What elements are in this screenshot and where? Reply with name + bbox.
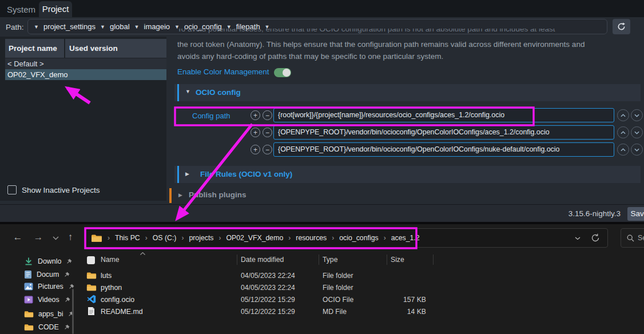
move-up-button[interactable] [617,144,629,156]
move-down-button[interactable] [631,144,643,156]
crumb-separator: › [384,234,386,242]
column-header-type[interactable]: Type [323,256,337,264]
project-row-selected[interactable]: OP02_VFX_demo [5,69,166,80]
crumb-separator: › [288,234,291,242]
config-path-input[interactable]: {OPENPYPE_ROOT}/vendor/bin/ocioconfig/Op… [273,142,614,157]
config-path-label: Config path [192,112,230,120]
crumb-item[interactable]: OS (C:) [153,234,177,242]
add-path-button[interactable]: + [251,145,260,154]
move-down-button[interactable] [631,126,643,138]
show-inactive-checkbox[interactable] [7,185,17,194]
recent-locations-button[interactable] [53,236,59,240]
dropdown-icon[interactable]: ▼ [34,24,39,30]
search-placeholder: Se [638,234,644,242]
file-type: File folder [323,284,353,292]
file-type: MD File [323,308,347,316]
folder-icon [91,234,102,242]
sidebar-item-pictures[interactable]: Pictures [24,283,74,291]
address-dropdown-button[interactable] [575,237,581,240]
section-accent-bar-orange [169,188,172,203]
refresh-icon [617,22,626,31]
column-divider[interactable] [387,255,387,265]
file-date: 05/12/2022 15:29 [241,308,295,316]
folder-icon [86,284,97,292]
crumb-separator: › [332,234,334,242]
column-divider[interactable] [433,255,434,265]
move-up-button[interactable] [617,109,629,121]
screen: { "settings": { "tabs": { "system": "Sys… [0,0,644,334]
remove-path-button[interactable]: − [263,110,272,120]
file-date: 04/05/2023 22:24 [241,284,295,292]
dropdown-icon[interactable]: ▼ [100,24,105,30]
file-row[interactable]: config.ocio 05/12/2022 15:29 OCIO File 1… [80,293,446,305]
settings-footer: 3.15.6-nightly.3 Save [0,204,644,222]
column-divider[interactable] [319,255,319,265]
column-divider[interactable] [237,255,237,265]
chevron-right-icon[interactable]: ▶ [178,192,182,198]
file-name: config.ocio [101,296,134,304]
enable-color-management-toggle[interactable] [274,68,291,77]
file-row[interactable]: python 04/05/2023 22:24 File folder [80,281,446,293]
publish-plugins-section-label[interactable]: Publish plugins [189,190,247,199]
move-up-button[interactable] [617,126,629,138]
crumb-item[interactable]: resources [296,234,327,242]
file-name: README.md [101,308,143,316]
add-path-button[interactable]: + [251,128,260,137]
sidebar-scrollbar[interactable] [72,289,74,334]
crumb-item[interactable]: projects [189,234,213,242]
pin-icon [64,297,70,303]
crumb-item[interactable]: OP02_VFX_demo [226,234,283,242]
chevron-up-icon [621,114,626,117]
add-path-button[interactable]: + [251,110,260,120]
address-refresh-button[interactable] [591,233,600,242]
back-button[interactable]: ← [11,232,24,243]
tab-project[interactable]: Project [39,1,72,17]
column-header-date[interactable]: Date modified [241,256,284,264]
crumb-item[interactable]: This PC [115,234,140,242]
file-row[interactable]: luts 04/05/2023 22:24 File folder [80,269,446,281]
sidebar-item-code[interactable]: CODE [24,323,70,331]
project-row-default[interactable]: < Default > [5,58,166,69]
column-header-name[interactable]: Name [101,256,120,264]
crumb-separator: › [108,234,110,242]
settings-tabbar: System Project [0,0,644,17]
select-all-checkbox[interactable] [87,256,95,264]
file-row[interactable]: README.md 05/12/2022 15:29 MD File 14 KB [80,305,446,317]
folder-icon [24,324,34,331]
sidebar-item-documents[interactable]: Docum [24,270,70,279]
document-icon [24,270,32,279]
column-header-size[interactable]: Size [391,256,404,264]
dropdown-icon[interactable]: ▼ [134,24,140,30]
sidebar-item-label: apps_bi [38,310,63,318]
crumb-item[interactable]: ocio_configs [339,234,378,242]
remove-path-button[interactable]: − [263,128,272,137]
sidebar-item-apps-bi[interactable]: apps_bi [24,310,74,318]
file-rules-section-header[interactable]: ▶ File Rules (OCIO v1 only) [174,166,641,183]
search-box[interactable]: Se [621,228,644,248]
pin-icon [66,259,72,265]
breadcrumb-segment[interactable]: imageio [144,22,170,31]
address-bar[interactable]: › This PC › OS (C:) › projects › OP02_VF… [85,228,608,248]
save-button[interactable]: Save [627,207,644,221]
sidebar-item-videos[interactable]: Videos [24,296,70,304]
ocio-config-section-header[interactable]: ▼ OCIO config [174,84,641,101]
settings-refresh-button[interactable] [613,19,630,34]
version-label: 3.15.6-nightly.3 [526,209,621,218]
project-panel: Project name Used version < Default > OP… [0,37,166,201]
up-button[interactable]: ↑ [64,232,77,243]
remove-path-button[interactable]: − [263,145,272,154]
chevron-down-icon[interactable]: ▼ [185,89,190,94]
markdown-file-icon [88,307,95,316]
tab-system[interactable]: System [5,2,38,17]
forward-button[interactable]: → [32,232,45,243]
sidebar-item-downloads[interactable]: Downlo [24,257,72,266]
move-down-button[interactable] [631,109,643,121]
config-path-input[interactable]: {OPENPYPE_ROOT}/vendor/bin/ocioconfig/Op… [273,125,614,140]
folder-icon [86,272,97,280]
crumb-item[interactable]: aces_1.2 [391,234,420,242]
vscode-icon [87,295,96,304]
chevron-right-icon[interactable]: ▶ [185,171,189,177]
config-path-input[interactable]: {root[work]}/{project[name]}/resources/o… [273,108,614,122]
breadcrumb-segment[interactable]: project_settings [43,22,96,31]
breadcrumb-segment[interactable]: global [110,22,130,31]
